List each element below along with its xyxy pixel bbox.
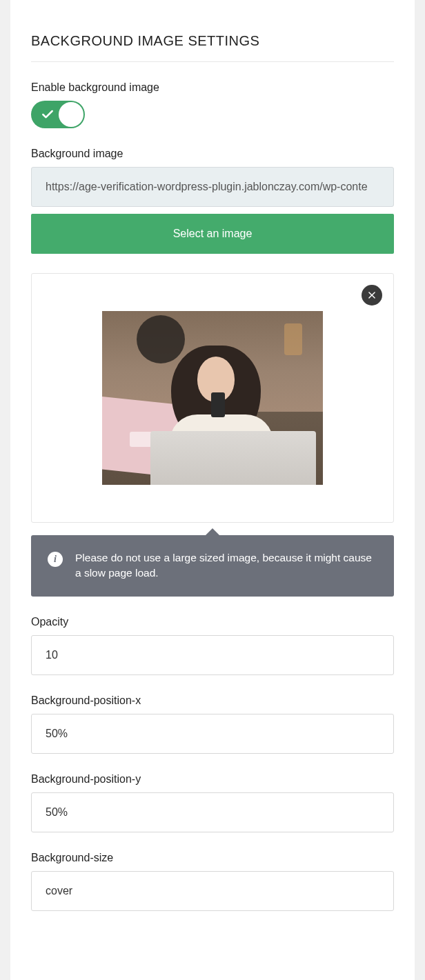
enable-label: Enable background image — [31, 81, 394, 94]
toggle-knob — [59, 102, 83, 127]
bg-image-field: Background image https://age-verificatio… — [31, 148, 394, 254]
opacity-label: Opacity — [31, 616, 394, 628]
info-icon: i — [48, 552, 63, 567]
opacity-field: Opacity — [31, 616, 394, 675]
section-title: BACKGROUND IMAGE SETTINGS — [31, 33, 394, 62]
bg-size-input[interactable] — [31, 871, 394, 911]
bg-image-label: Background image — [31, 148, 394, 160]
bg-pos-y-field: Background-position-y — [31, 773, 394, 832]
tooltip-text: Please do not use a large sized image, b… — [75, 550, 377, 581]
bg-pos-y-label: Background-position-y — [31, 773, 394, 786]
image-preview — [31, 273, 394, 523]
remove-image-button[interactable] — [362, 285, 382, 306]
bg-size-label: Background-size — [31, 852, 394, 864]
bg-pos-x-label: Background-position-x — [31, 694, 394, 707]
close-icon — [367, 290, 377, 300]
bg-image-url-value: https://age-verification-wordpress-plugi… — [46, 181, 368, 193]
bg-pos-x-field: Background-position-x — [31, 694, 394, 754]
bg-image-url-input[interactable]: https://age-verification-wordpress-plugi… — [31, 167, 394, 207]
bg-size-field: Background-size — [31, 852, 394, 911]
enable-field: Enable background image — [31, 81, 394, 128]
enable-toggle[interactable] — [31, 101, 85, 128]
select-image-button[interactable]: Select an image — [31, 214, 394, 254]
opacity-input[interactable] — [31, 635, 394, 675]
bg-pos-x-input[interactable] — [31, 714, 394, 754]
tooltip: i Please do not use a large sized image,… — [31, 535, 394, 597]
bg-pos-y-input[interactable] — [31, 792, 394, 832]
check-icon — [41, 108, 55, 121]
settings-panel: BACKGROUND IMAGE SETTINGS Enable backgro… — [10, 0, 415, 980]
preview-image — [102, 311, 323, 485]
